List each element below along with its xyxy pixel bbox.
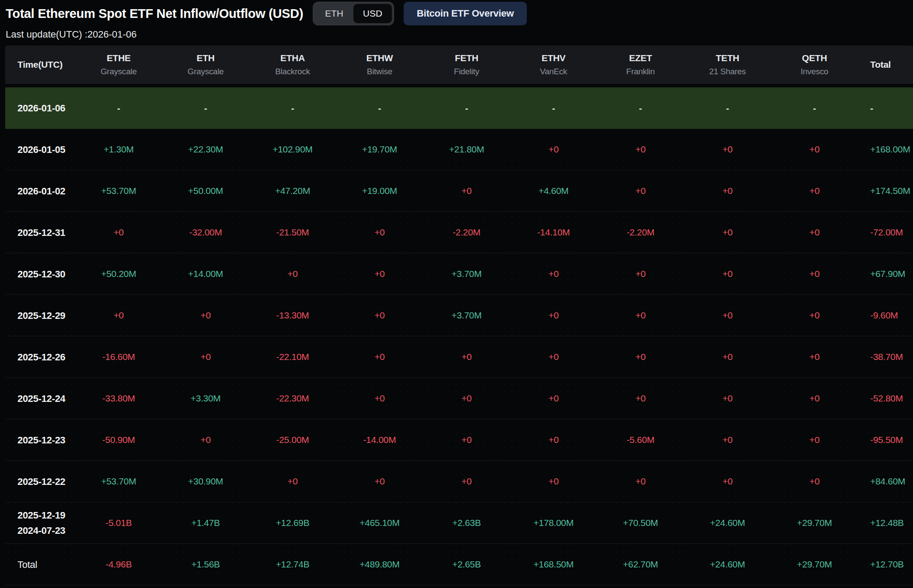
ticker-label: ETHA — [249, 52, 336, 64]
last-update-label: Last update(UTC) :2026-01-06 — [6, 29, 913, 41]
flow-value-cell: +0 — [336, 476, 423, 487]
flow-value-cell: +0 — [771, 269, 858, 279]
table-row-total: Total-4.96B+1.56B+12.74B+489.80M+2.65B+1… — [5, 544, 913, 585]
flow-value-cell: -13.30M — [249, 310, 336, 321]
date-cell: 2026-01-02 — [5, 183, 75, 199]
column-header-eth: ETHGrayscale — [162, 52, 249, 77]
flow-value-cell: +3.70M — [423, 310, 510, 321]
flow-value-cell: +1.30M — [75, 144, 162, 155]
flow-value-cell: +0 — [597, 476, 684, 487]
issuer-label: 21 Shares — [684, 66, 771, 77]
flow-value-cell: -50.90M — [75, 435, 162, 445]
flow-value-cell: -25.00M — [249, 435, 336, 445]
total-value-cell: +168.00M — [858, 144, 913, 155]
date-cell: 2026-01-05 — [5, 142, 75, 157]
flow-value-cell: - — [684, 103, 771, 114]
total-value-cell: - — [858, 103, 913, 114]
flow-value-cell: +29.70M — [771, 518, 858, 528]
column-header-feth: FETHFidelity — [423, 52, 510, 77]
table-row: 2026-01-06---------- — [5, 87, 913, 129]
currency-toggle[interactable]: ETH USD — [313, 2, 394, 25]
table-row: 2025-12-23-50.90M+0-25.00M-14.00M+0+0-5.… — [5, 419, 913, 461]
flow-value-cell: +47.20M — [249, 186, 336, 196]
table-row: 2025-12-22+53.70M+30.90M+0+0+0+0+0+0+0+8… — [5, 461, 913, 502]
table-row: 2025-12-26-16.60M+0-22.10M+0+0+0+0+0+0-3… — [5, 336, 913, 378]
flow-value-cell: +168.50M — [510, 559, 597, 570]
date-cell: 2025-12-192024-07-23 — [5, 508, 75, 538]
ticker-label: QETH — [771, 52, 858, 64]
flow-value-cell: -33.80M — [75, 393, 162, 404]
toggle-option-eth[interactable]: ETH — [315, 4, 353, 23]
etf-flow-table: Time(UTC) ETHEGrayscaleETHGrayscaleETHAB… — [5, 45, 913, 585]
column-header-total: Total — [858, 59, 913, 70]
table-body: 2026-01-06----------2026-01-05+1.30M+22.… — [5, 87, 913, 585]
flow-value-cell: +0 — [510, 435, 597, 445]
table-row: 2025-12-192024-07-23-5.01B+1.47B+12.69B+… — [5, 502, 913, 544]
table-row: 2025-12-30+50.20M+14.00M+0+0+3.70M+0+0+0… — [5, 253, 913, 295]
flow-value-cell: +24.60M — [684, 559, 771, 570]
flow-value-cell: +0 — [684, 393, 771, 404]
flow-value-cell: +0 — [336, 227, 423, 238]
flow-value-cell: +0 — [684, 269, 771, 279]
flow-value-cell: - — [423, 103, 510, 114]
total-value-cell: +84.60M — [858, 476, 913, 487]
flow-value-cell: +30.90M — [162, 476, 249, 487]
flow-value-cell: +0 — [771, 144, 858, 155]
flow-value-cell: +50.20M — [75, 269, 162, 279]
total-value-cell: -95.50M — [858, 435, 913, 445]
flow-value-cell: +53.70M — [75, 476, 162, 487]
issuer-label: Grayscale — [162, 66, 249, 77]
flow-value-cell: +62.70M — [597, 559, 684, 570]
flow-value-cell: +0 — [771, 227, 858, 238]
flow-value-cell: +12.74B — [249, 559, 336, 570]
flow-value-cell: +0 — [684, 227, 771, 238]
date-cell: 2025-12-31 — [5, 225, 75, 240]
flow-value-cell: +21.80M — [423, 144, 510, 155]
total-value-cell: -72.00M — [858, 227, 913, 238]
flow-value-cell: +0 — [423, 186, 510, 196]
column-header-etha: ETHABlackrock — [249, 52, 336, 77]
flow-value-cell: +0 — [162, 435, 249, 445]
flow-value-cell: +53.70M — [75, 186, 162, 196]
total-row-label: Total — [5, 557, 75, 572]
issuer-label: Franklin — [597, 66, 684, 77]
flow-value-cell: +29.70M — [771, 559, 858, 570]
flow-value-cell: +0 — [597, 310, 684, 321]
flow-value-cell: +0 — [510, 269, 597, 279]
toggle-option-usd[interactable]: USD — [353, 4, 392, 23]
flow-value-cell: -22.10M — [249, 352, 336, 362]
flow-value-cell: +24.60M — [684, 518, 771, 528]
table-row: 2025-12-29+0+0-13.30M+0+3.70M+0+0+0+0-9.… — [5, 295, 913, 336]
ticker-label: ETHV — [510, 52, 597, 64]
flow-value-cell: -22.30M — [249, 393, 336, 404]
flow-value-cell: +0 — [771, 476, 858, 487]
flow-value-cell: +14.00M — [162, 269, 249, 279]
flow-value-cell: +3.30M — [162, 393, 249, 404]
issuer-label: Fidelity — [423, 66, 510, 77]
flow-value-cell: - — [510, 103, 597, 114]
flow-value-cell: +0 — [771, 435, 858, 445]
flow-value-cell: +465.10M — [336, 518, 423, 528]
flow-value-cell: - — [75, 103, 162, 114]
date-cell: 2025-12-29 — [5, 308, 75, 323]
flow-value-cell: +0 — [510, 393, 597, 404]
flow-value-cell: - — [771, 103, 858, 114]
flow-value-cell: +0 — [684, 352, 771, 362]
flow-value-cell: +489.80M — [336, 559, 423, 570]
column-header-teth: TETH21 Shares — [684, 52, 771, 77]
flow-value-cell: - — [162, 103, 249, 114]
column-header-ethw: ETHWBitwise — [336, 52, 423, 77]
flow-value-cell: +0 — [510, 310, 597, 321]
ticker-label: FETH — [423, 52, 510, 64]
flow-value-cell: -14.00M — [336, 435, 423, 445]
flow-value-cell: +0 — [162, 310, 249, 321]
column-header-ezet: EZETFranklin — [597, 52, 684, 77]
flow-value-cell: +70.50M — [597, 518, 684, 528]
bitcoin-etf-overview-button[interactable]: Bitcoin ETF Overview — [404, 2, 527, 25]
flow-value-cell: -32.00M — [162, 227, 249, 238]
total-value-cell: -9.60M — [858, 310, 913, 321]
flow-value-cell: +0 — [75, 310, 162, 321]
issuer-label: Grayscale — [75, 66, 162, 77]
date-cell: 2025-12-30 — [5, 266, 75, 282]
flow-value-cell: - — [249, 103, 336, 114]
